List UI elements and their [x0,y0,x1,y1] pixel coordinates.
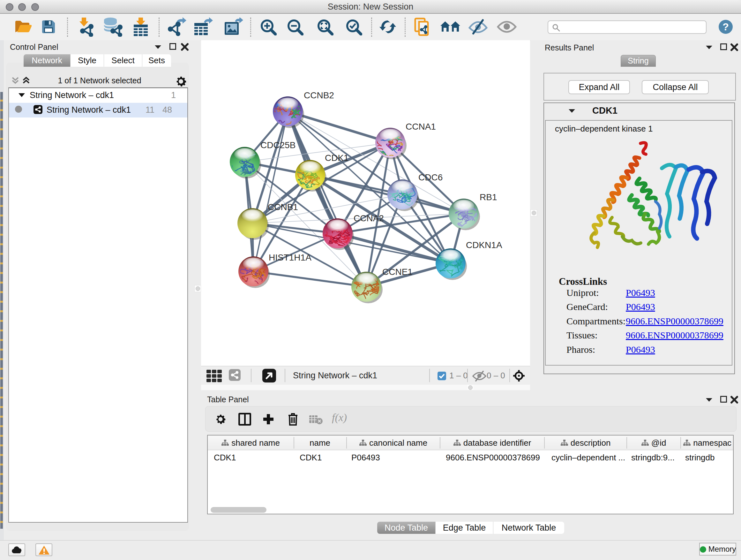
svg-text:CCNB1: CCNB1 [268,202,298,212]
svg-text:CDKN1A: CDKN1A [466,240,502,250]
svg-text:CCNB2: CCNB2 [304,90,334,100]
svg-text:CCNA1: CCNA1 [406,122,436,132]
svg-text:CCNE1: CCNE1 [382,267,413,277]
svg-text:RB1: RB1 [480,192,497,202]
svg-text:CCNA2: CCNA2 [354,213,384,223]
svg-text:CDC6: CDC6 [418,172,443,182]
svg-text:HIST1H1A: HIST1H1A [269,253,312,262]
svg-text:CDC25B: CDC25B [260,140,295,150]
svg-text:CDK1: CDK1 [325,153,349,163]
